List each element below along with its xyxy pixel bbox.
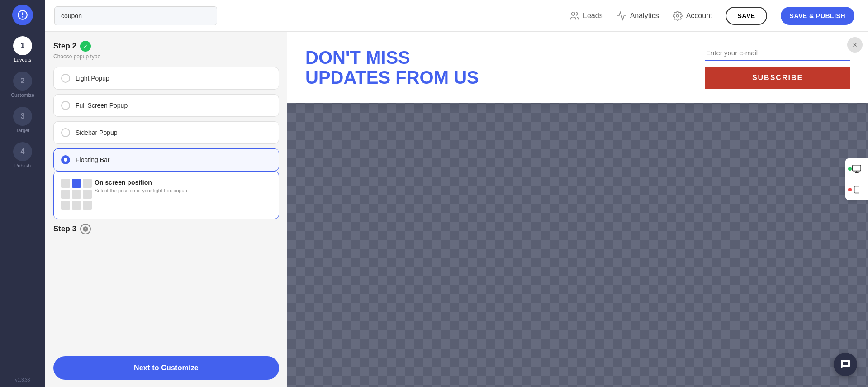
popup-email-input[interactable]	[705, 45, 850, 61]
step2-title: Step 2	[53, 42, 76, 51]
step-1-circle: 1	[13, 36, 32, 55]
position-row-2	[61, 190, 92, 199]
chat-bubble-button[interactable]	[834, 353, 857, 376]
panel-footer: Next to Customize	[45, 349, 287, 387]
full-screen-label: Full Screen Popup	[76, 102, 128, 109]
sidebar-step-1[interactable]: 1 Layouts	[13, 36, 32, 62]
full-screen-popup-option[interactable]: Full Screen Popup	[53, 94, 279, 117]
chat-icon	[840, 359, 851, 370]
leads-label: Leads	[583, 12, 603, 20]
position-row-1	[61, 179, 92, 188]
sidebar-label: Sidebar Popup	[76, 129, 118, 136]
desktop-status-dot	[848, 167, 852, 171]
panel-content: Step 2 ✓ Choose popup type Light Popup F…	[45, 32, 287, 349]
main-area: Leads Analytics Account SAVE SAVE & PUBL…	[287, 0, 868, 387]
light-popup-option[interactable]: Light Popup	[53, 67, 279, 90]
pos-cell-1-2[interactable]	[83, 190, 92, 199]
position-sub-panel: On screen position Select the position o…	[53, 171, 279, 219]
step-2-circle: 2	[13, 72, 32, 91]
floating-bar-option[interactable]: Floating Bar	[53, 148, 279, 171]
sidebar: 1 Layouts 2 Customize 3 Target 4 Publish…	[0, 0, 45, 387]
sidebar-step-4[interactable]: 4 Publish	[13, 142, 32, 168]
analytics-icon	[617, 11, 626, 21]
popup-headline-text: DON'T MISS UPDATES FROM US	[305, 48, 696, 87]
analytics-label: Analytics	[630, 12, 659, 20]
svg-point-0	[572, 12, 575, 15]
svg-rect-3	[854, 186, 859, 193]
popup-form: SUBSCRIBE	[705, 45, 850, 89]
popup-close-button[interactable]: ×	[847, 37, 863, 53]
full-screen-radio	[61, 101, 70, 110]
pos-cell-2-1[interactable]	[72, 201, 81, 210]
step2-subtitle: Choose popup type	[53, 53, 279, 60]
step-4-circle: 4	[13, 142, 32, 161]
step-3-circle: 3	[13, 107, 32, 126]
mobile-status-dot	[848, 188, 852, 191]
mobile-device-button[interactable]	[845, 179, 868, 200]
sidebar-step-3[interactable]: 3 Target	[13, 107, 32, 133]
pos-cell-1-0[interactable]	[61, 190, 70, 199]
popup-headline: DON'T MISS UPDATES FROM US	[305, 48, 696, 87]
pos-cell-2-2[interactable]	[83, 201, 92, 210]
next-to-customize-button[interactable]: Next to Customize	[53, 356, 279, 380]
pos-cell-2-0[interactable]	[61, 201, 70, 210]
sidebar-popup-option[interactable]: Sidebar Popup	[53, 121, 279, 144]
pos-cell-1-1[interactable]	[72, 190, 81, 199]
position-description: Select the position of your light-box po…	[95, 188, 187, 193]
account-nav-item[interactable]: Account	[673, 11, 712, 21]
search-input[interactable]	[54, 6, 217, 25]
desktop-device-button[interactable]	[845, 158, 868, 179]
position-container: On screen position Select the position o…	[61, 179, 271, 211]
step3-circle	[80, 224, 91, 234]
left-panel: Step 2 ✓ Choose popup type Light Popup F…	[45, 0, 287, 387]
position-row-3	[61, 201, 92, 210]
step-2-label: Customize	[11, 92, 34, 98]
logo-icon	[17, 9, 28, 21]
step-3-label: Target	[16, 128, 30, 133]
floating-bar-radio	[61, 155, 70, 164]
position-title: On screen position	[95, 179, 187, 186]
pos-cell-0-2[interactable]	[83, 179, 92, 188]
sidebar-radio	[61, 128, 70, 137]
analytics-nav-item[interactable]: Analytics	[617, 11, 659, 21]
step2-check-icon: ✓	[80, 41, 91, 52]
popup-preview: DON'T MISS UPDATES FROM US SUBSCRIBE ×	[287, 32, 868, 103]
account-icon	[673, 11, 683, 21]
step-1-label: Layouts	[14, 57, 32, 62]
account-label: Account	[686, 12, 712, 20]
position-text: On screen position Select the position o…	[95, 179, 187, 211]
mobile-icon	[853, 185, 861, 195]
svg-point-1	[676, 14, 679, 17]
save-publish-button[interactable]: SAVE & PUBLISH	[781, 7, 854, 25]
floating-bar-label: Floating Bar	[76, 156, 109, 163]
step-4-label: Publish	[14, 163, 31, 168]
app-logo[interactable]	[12, 5, 33, 25]
position-grid	[61, 179, 92, 211]
svg-rect-2	[853, 165, 861, 171]
radio-inner-dot	[64, 158, 67, 162]
step2-header: Step 2 ✓	[53, 41, 279, 52]
pos-cell-0-1[interactable]	[72, 179, 81, 188]
version-label: v1.3.38	[15, 377, 30, 382]
leads-nav-item[interactable]: Leads	[569, 11, 603, 21]
step3-header: Step 3	[53, 224, 279, 234]
save-button[interactable]: SAVE	[726, 7, 767, 25]
nav-bar: Leads Analytics Account SAVE SAVE & PUBL…	[287, 0, 868, 32]
light-popup-label: Light Popup	[76, 75, 109, 82]
panel-top-bar	[45, 0, 287, 32]
popup-subscribe-button[interactable]: SUBSCRIBE	[705, 67, 850, 89]
light-popup-radio	[61, 74, 70, 83]
device-panel	[845, 158, 868, 200]
step3-title: Step 3	[53, 225, 76, 234]
preview-area: DON'T MISS UPDATES FROM US SUBSCRIBE ×	[287, 32, 868, 387]
sidebar-step-2[interactable]: 2 Customize	[11, 72, 34, 98]
pos-cell-0-0[interactable]	[61, 179, 70, 188]
leads-icon	[569, 11, 579, 21]
desktop-icon	[852, 164, 862, 174]
